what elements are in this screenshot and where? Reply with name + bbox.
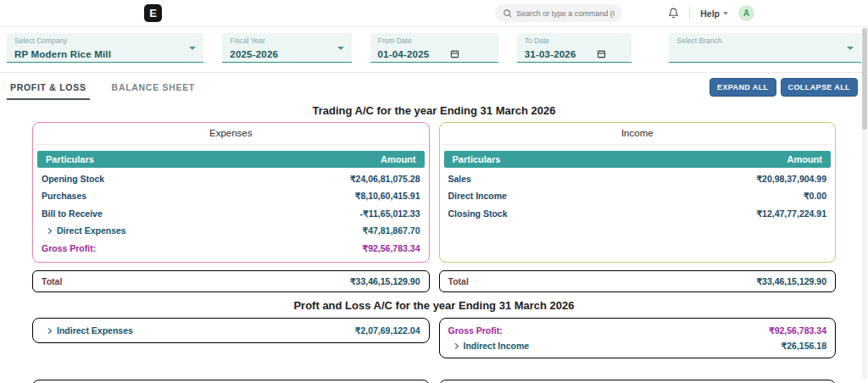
dropdown-arrow-icon	[189, 47, 196, 50]
top-bar: E Help A	[0, 0, 868, 27]
list-item-indirect-expenses[interactable]: Indirect Expenses ₹2,07,69,122.04	[42, 323, 420, 338]
amount-column-header: Amount	[381, 154, 416, 164]
list-item-gross-profit: Gross Profit: ₹92,56,783.34	[448, 323, 827, 338]
expenses-card: Expenses Particulars Amount Opening Stoc…	[32, 122, 430, 263]
total-amount: ₹33,46,15,129.90	[350, 276, 420, 286]
row-label: Opening Stock	[42, 174, 104, 184]
row-label: Indirect Income	[448, 341, 530, 351]
search-input[interactable]	[516, 9, 615, 18]
row-amount: ₹20,98,37,904.99	[756, 174, 826, 184]
total-label: Total	[42, 276, 62, 286]
dropdown-arrow-icon	[847, 47, 854, 50]
trading-cards: Expenses Particulars Amount Opening Stoc…	[0, 122, 868, 263]
filter-bar: Select Company RP Modern Rice Mill Fisca…	[0, 27, 868, 73]
select-branch-label: Select Branch	[676, 36, 854, 45]
income-total-box: Total ₹33,46,15,129.90	[439, 270, 837, 292]
expand-all-button[interactable]: EXPAND ALL	[709, 78, 776, 97]
amount-column-header: Amount	[787, 154, 822, 164]
to-date-label: To Date	[525, 36, 625, 45]
expenses-card-title: Expenses	[35, 123, 427, 145]
row-label: Purchases	[42, 191, 86, 201]
calendar-icon[interactable]	[450, 47, 459, 62]
row-amount: ₹2,07,69,122.04	[355, 325, 420, 336]
fiscal-year-label: Fiscal Year	[230, 36, 343, 45]
row-amount: -₹11,65,012.33	[360, 208, 420, 219]
table-row-purchases: Purchases ₹8,10,60,415.91	[33, 187, 429, 205]
fiscal-year-dropdown[interactable]: Fiscal Year 2025-2026	[222, 33, 351, 63]
tabs-row: PROFIT & LOSS BALANCE SHEET EXPAND ALL C…	[0, 73, 868, 102]
row-label: Sales	[448, 174, 471, 184]
select-company-label: Select Company	[14, 36, 196, 45]
row-label: Direct Expenses	[42, 225, 126, 236]
profit-and-loss-title: Proft and Loss A/C for the year Ending 3…	[0, 299, 868, 312]
pnl-row-1: Indirect Expenses ₹2,07,69,122.04 Gross …	[0, 318, 868, 358]
row-amount: ₹26,156.18	[782, 341, 826, 351]
row-amount: ₹92,56,783.34	[769, 325, 826, 336]
row-label: Gross Profit:	[448, 325, 503, 336]
from-date-field[interactable]: From Date 01-04-2025	[370, 33, 498, 63]
row-label: Closing Stock	[448, 208, 508, 219]
total-amount: ₹33,46,15,129.90	[756, 276, 826, 286]
calendar-icon[interactable]	[597, 47, 606, 62]
table-row-direct-expenses[interactable]: Direct Expenses ₹47,81,867.70	[33, 222, 429, 240]
select-company-dropdown[interactable]: Select Company RP Modern Rice Mill	[7, 33, 203, 63]
scrollbar[interactable]	[862, 28, 867, 379]
tab-actions: EXPAND ALL COLLAPSE ALL	[709, 78, 858, 97]
row-amount: ₹0.00	[804, 191, 826, 201]
to-date-value: 31-03-2026	[525, 49, 576, 59]
row-label: Direct Income	[448, 191, 507, 201]
table-row-gross-profit: Gross Profit: ₹92,56,783.34	[33, 239, 429, 257]
global-search[interactable]	[495, 4, 622, 22]
total-label: Total	[448, 276, 469, 286]
indirect-expenses-box: Indirect Expenses ₹2,07,69,122.04	[32, 318, 430, 343]
from-date-value: 01-04-2025	[378, 49, 430, 59]
expenses-total-box: Total ₹33,46,15,129.90	[32, 270, 430, 292]
net-profit-box: Net Profit: !-₹1,37,57,671.78 Total: ₹70…	[32, 380, 430, 383]
table-row-closing-stock: Closing Stock ₹12,47,77,224.91	[440, 204, 836, 222]
table-row-opening-stock: Opening Stock ₹24,06,81,075.28	[33, 169, 429, 187]
avatar-letter: A	[743, 8, 749, 18]
topbar-divider	[689, 7, 690, 19]
dropdown-arrow-icon	[337, 47, 344, 50]
from-date-label: From Date	[378, 36, 491, 45]
expenses-table-header: Particulars Amount	[37, 151, 425, 168]
row-label: Bill to Receive	[42, 208, 103, 219]
pnl-row-2: Net Profit: !-₹1,37,57,671.78 Total: ₹70…	[0, 380, 868, 383]
chevron-right-icon	[46, 228, 52, 234]
gross-profit-box: Gross Profit: ₹92,56,783.34 Indirect Inc…	[439, 318, 837, 358]
particulars-column-header: Particulars	[453, 154, 501, 164]
income-card: Income Particulars Amount Sales ₹20,98,3…	[439, 122, 837, 263]
trading-account-title: Trading A/C for the year Ending 31 March…	[0, 104, 868, 117]
help-menu[interactable]: Help	[700, 8, 728, 19]
notifications-bell-icon[interactable]	[668, 8, 679, 19]
tab-balance-sheet[interactable]: BALANCE SHEET	[108, 75, 198, 100]
fiscal-year-value: 2025-2026	[230, 49, 278, 59]
row-amount: ₹12,47,77,224.91	[756, 208, 826, 219]
table-row-bill-to-receive: Bill to Receive -₹11,65,012.33	[33, 204, 429, 222]
select-branch-dropdown[interactable]: Select Branch	[669, 33, 861, 63]
chevron-right-icon	[452, 342, 458, 348]
search-icon	[503, 8, 512, 18]
help-label: Help	[700, 8, 720, 19]
tab-profit-and-loss[interactable]: PROFIT & LOSS	[7, 75, 90, 100]
row-label: Gross Profit:	[42, 243, 96, 253]
income-table-header: Particulars Amount	[444, 151, 832, 168]
app-logo-letter: E	[149, 7, 157, 19]
trading-totals-row: Total ₹33,46,15,129.90 Total ₹33,46,15,1…	[0, 270, 868, 292]
row-amount: ₹24,06,81,075.28	[350, 174, 420, 184]
table-row-direct-income: Direct Income ₹0.00	[440, 187, 836, 205]
chevron-right-icon	[46, 327, 52, 333]
chevron-down-icon	[723, 12, 728, 15]
collapse-all-button[interactable]: COLLAPSE ALL	[781, 78, 858, 97]
row-amount: ₹47,81,867.70	[363, 225, 420, 236]
scrollbar-thumb[interactable]	[862, 28, 867, 130]
row-amount: ₹92,56,783.34	[363, 243, 420, 253]
row-amount: ₹8,10,60,415.91	[355, 191, 420, 201]
to-date-field[interactable]: To Date 31-03-2026	[517, 33, 632, 63]
app-logo[interactable]: E	[144, 4, 162, 22]
topbar-right-cluster: Help A	[495, 4, 754, 22]
row-label: Indirect Expenses	[42, 325, 133, 336]
list-item-indirect-income[interactable]: Indirect Income ₹26,156.18	[448, 338, 827, 353]
table-row-sales: Sales ₹20,98,37,904.99	[440, 169, 836, 187]
avatar[interactable]: A	[738, 5, 754, 21]
